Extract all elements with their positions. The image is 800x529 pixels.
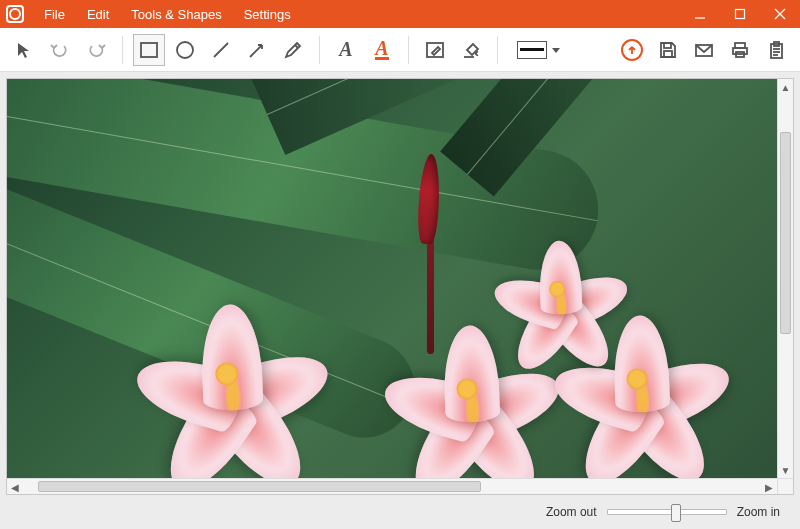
text-tool-button[interactable]: A <box>330 34 362 66</box>
print-button[interactable] <box>724 34 756 66</box>
line-tool-button[interactable] <box>205 34 237 66</box>
text-highlight-tool-button[interactable]: A <box>366 34 398 66</box>
scroll-corner <box>777 478 793 494</box>
toolbar-separator <box>122 36 123 64</box>
chevron-down-icon <box>552 48 560 53</box>
line-icon <box>211 40 231 60</box>
canvas[interactable]: ▲ ▼ ◀ ▶ <box>6 78 794 495</box>
print-icon <box>730 40 750 60</box>
svg-rect-15 <box>733 48 747 54</box>
rectangle-tool-button[interactable] <box>133 34 165 66</box>
redo-icon <box>86 41 106 59</box>
menu-tools-shapes[interactable]: Tools & Shapes <box>121 3 231 26</box>
edit-pen-button[interactable] <box>419 34 451 66</box>
save-button[interactable] <box>652 34 684 66</box>
arrow-icon <box>247 40 267 60</box>
svg-line-6 <box>214 43 228 57</box>
upload-icon <box>621 39 643 61</box>
photo-content <box>7 79 777 478</box>
scroll-down-icon[interactable]: ▼ <box>778 462 793 478</box>
toolbar-separator <box>408 36 409 64</box>
minimize-icon <box>694 8 706 20</box>
titlebar: File Edit Tools & Shapes Settings <box>0 0 800 28</box>
window-close-button[interactable] <box>760 0 800 28</box>
zoom-out-label[interactable]: Zoom out <box>546 505 597 519</box>
window-maximize-button[interactable] <box>720 0 760 28</box>
window-minimize-button[interactable] <box>680 0 720 28</box>
zoom-slider[interactable] <box>607 509 727 515</box>
svg-point-5 <box>177 42 193 58</box>
email-icon <box>694 40 714 60</box>
redo-button[interactable] <box>80 34 112 66</box>
undo-button[interactable] <box>44 34 76 66</box>
app-logo-icon <box>6 5 24 23</box>
scroll-up-icon[interactable]: ▲ <box>778 79 793 95</box>
text-icon: A <box>339 38 352 61</box>
text-highlight-icon: A <box>375 39 388 60</box>
save-icon <box>658 40 678 60</box>
menu-file[interactable]: File <box>34 3 75 26</box>
ellipse-icon <box>175 40 195 60</box>
pencil-icon <box>283 40 303 60</box>
rectangle-icon <box>139 40 159 60</box>
workspace: ▲ ▼ ◀ ▶ Zoom out Zoom in <box>0 72 800 529</box>
pointer-tool-button[interactable] <box>8 34 40 66</box>
close-icon <box>774 8 786 20</box>
toolbar-separator <box>497 36 498 64</box>
horizontal-scroll-thumb[interactable] <box>38 481 481 492</box>
zoom-in-label[interactable]: Zoom in <box>737 505 780 519</box>
line-style-icon <box>517 41 547 59</box>
zoom-slider-knob[interactable] <box>671 504 681 522</box>
svg-rect-12 <box>664 51 672 57</box>
svg-rect-4 <box>141 43 157 57</box>
svg-rect-1 <box>736 10 745 19</box>
svg-line-7 <box>250 45 262 57</box>
svg-line-8 <box>295 45 298 48</box>
email-button[interactable] <box>688 34 720 66</box>
statusbar: Zoom out Zoom in <box>6 495 794 529</box>
scroll-left-icon[interactable]: ◀ <box>7 479 23 495</box>
line-style-button[interactable] <box>508 34 556 66</box>
clipboard-icon <box>766 40 786 60</box>
toolbar: A A <box>0 28 800 72</box>
ellipse-tool-button[interactable] <box>169 34 201 66</box>
arrow-tool-button[interactable] <box>241 34 273 66</box>
svg-rect-11 <box>664 43 671 48</box>
vertical-scroll-thumb[interactable] <box>780 132 791 334</box>
pointer-icon <box>15 41 33 59</box>
maximize-icon <box>734 8 746 20</box>
upload-button[interactable] <box>616 34 648 66</box>
scroll-right-icon[interactable]: ▶ <box>761 479 777 495</box>
main-menu: File Edit Tools & Shapes Settings <box>34 3 301 26</box>
clipboard-button[interactable] <box>760 34 792 66</box>
pencil-tool-button[interactable] <box>277 34 309 66</box>
toolbar-separator <box>319 36 320 64</box>
horizontal-scrollbar[interactable]: ◀ ▶ <box>7 478 777 494</box>
undo-icon <box>50 41 70 59</box>
menu-edit[interactable]: Edit <box>77 3 119 26</box>
fill-bucket-icon <box>461 40 481 60</box>
vertical-scrollbar[interactable]: ▲ ▼ <box>777 79 793 478</box>
image-viewport[interactable] <box>7 79 777 478</box>
edit-pen-icon <box>425 40 445 60</box>
window-controls <box>680 0 800 28</box>
menu-settings[interactable]: Settings <box>234 3 301 26</box>
fill-tool-button[interactable] <box>455 34 487 66</box>
